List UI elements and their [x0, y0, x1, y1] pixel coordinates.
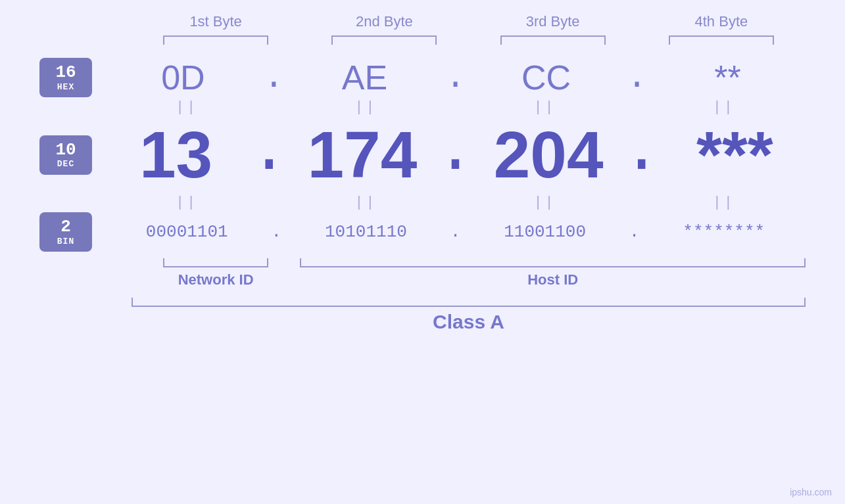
dot-dec-2: .	[433, 119, 477, 191]
eq1-3: ||	[464, 99, 627, 116]
dec-base-label: DEC	[57, 159, 74, 169]
bin-val-4: ********	[683, 222, 765, 242]
hex-val-2: AE	[342, 58, 387, 97]
dot-bin-3: .	[627, 222, 642, 242]
bin-row: 2 BIN 00001101 . 10101110 . 11001100 . *…	[39, 212, 806, 252]
network-id-area: Network ID	[132, 258, 300, 288]
id-label-row: Network ID Host ID	[132, 258, 806, 288]
dot-bin-1: .	[269, 222, 285, 242]
dec-byte2: 174	[291, 117, 433, 193]
top-brackets-row	[39, 35, 806, 45]
hex-byte2: AE	[287, 58, 443, 97]
bracket-top-4	[669, 35, 774, 45]
class-row: Class A	[39, 298, 806, 333]
bracket-bottom-network	[163, 258, 268, 267]
host-id-area: Host ID	[300, 258, 806, 288]
eq2-1: ||	[105, 195, 268, 211]
dec-val-3: 204	[494, 118, 604, 191]
dot-dec-3: .	[619, 119, 664, 191]
bracket-top-2	[331, 35, 437, 45]
bin-byte4: ********	[642, 222, 806, 242]
dot-hex-1: .	[261, 58, 287, 97]
byte4-header: 4th Byte	[637, 13, 806, 30]
bin-badge: 2 BIN	[39, 212, 92, 252]
hex-row: 16 HEX 0D . AE . CC . **	[39, 58, 806, 97]
dec-byte4: ***	[664, 117, 806, 193]
eq2-3: ||	[464, 195, 627, 211]
bin-base-label: BIN	[57, 237, 74, 246]
hex-base-num: 16	[55, 63, 76, 82]
dot-dec-1: .	[247, 119, 291, 191]
hex-base-label: HEX	[57, 82, 74, 92]
host-id-label: Host ID	[527, 271, 578, 288]
bracket-top-1	[163, 35, 268, 45]
dec-values-area: 13 . 174 . 204 . ***	[105, 117, 806, 193]
byte3-header: 3rd Byte	[469, 13, 637, 30]
byte1-header: 1st Byte	[132, 13, 300, 30]
class-label: Class A	[132, 311, 806, 333]
bottom-section: Network ID Host ID	[39, 258, 806, 288]
bin-byte3: 11001100	[463, 222, 627, 242]
dec-byte3: 204	[478, 117, 619, 193]
watermark: ipshu.com	[790, 487, 832, 497]
eq2-4: ||	[642, 195, 806, 211]
hex-byte3: CC	[468, 58, 624, 97]
hex-val-3: CC	[521, 58, 571, 97]
dec-badge: 10 DEC	[39, 135, 92, 175]
eq2-2: ||	[284, 195, 447, 211]
bin-val-1: 00001101	[146, 222, 228, 242]
bin-base-num: 2	[60, 218, 71, 237]
equals-row-1: || || || ||	[39, 97, 806, 117]
main-container: 1st Byte 2nd Byte 3rd Byte 4th Byte 16 H…	[0, 0, 845, 504]
dec-byte1: 13	[105, 117, 247, 193]
bin-val-3: 11001100	[504, 222, 586, 242]
equals-row-2: || || || ||	[39, 193, 806, 212]
bin-byte1: 00001101	[105, 222, 269, 242]
network-id-label: Network ID	[178, 271, 254, 288]
bracket-top-3	[500, 35, 606, 45]
bin-val-2: 10101110	[325, 222, 407, 242]
hex-byte4: **	[650, 58, 806, 97]
eq1-2: ||	[284, 99, 447, 116]
dec-val-1: 13	[139, 118, 212, 191]
dot-hex-2: .	[443, 58, 468, 97]
bin-values-area: 00001101 . 10101110 . 11001100 . *******…	[105, 222, 806, 242]
dot-hex-3: .	[624, 58, 650, 97]
dec-base-num: 10	[55, 141, 76, 160]
dec-val-2: 174	[307, 118, 417, 191]
byte2-header: 2nd Byte	[300, 13, 468, 30]
hex-byte1: 0D	[105, 58, 261, 97]
dec-row: 10 DEC 13 . 174 . 204 . ***	[39, 117, 806, 193]
eq1-1: ||	[105, 99, 268, 116]
byte-headers-row: 1st Byte 2nd Byte 3rd Byte 4th Byte	[39, 13, 806, 30]
class-bracket	[132, 298, 806, 307]
dec-val-4: ***	[696, 118, 773, 191]
eq1-4: ||	[642, 99, 806, 116]
bin-byte2: 10101110	[284, 222, 448, 242]
dot-bin-2: .	[448, 222, 464, 242]
hex-values-area: 0D . AE . CC . **	[105, 58, 806, 97]
bracket-bottom-host	[300, 258, 806, 267]
hex-badge: 16 HEX	[39, 58, 92, 97]
hex-val-1: 0D	[161, 58, 205, 97]
hex-val-4: **	[714, 58, 740, 97]
